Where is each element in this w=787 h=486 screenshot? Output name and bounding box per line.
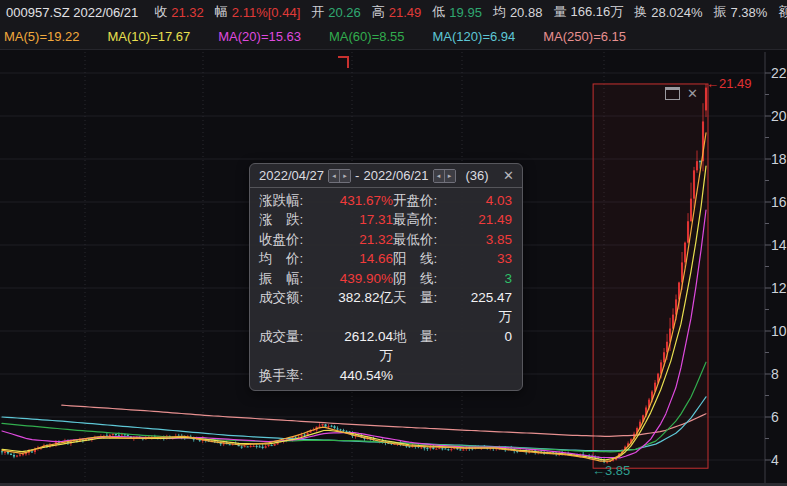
header-bars: 000957.SZ 2022/06/21 收21.32 幅2.11%[0.44]… [0, 0, 787, 50]
range-start-date[interactable]: 2022/04/27 [259, 168, 324, 183]
close-region-icon[interactable]: ✕ [687, 87, 698, 100]
bar-count-badge: (36) [466, 168, 489, 183]
field-close-label: 收 [154, 3, 167, 21]
popup-stats-grid: 涨跌幅:431.67%开盘价:4.03 涨 跌:17.31最高价:21.49 收… [250, 188, 522, 390]
high-price-arrow-label: ←21.49 [706, 76, 752, 91]
stat-label-minvol: 地 量: [393, 327, 469, 366]
symbol-and-date: 000957.SZ 2022/06/21 [6, 5, 138, 20]
ma-5-label: MA(5)=19.22 [4, 29, 80, 44]
field-avg-value: 20.88 [510, 5, 543, 20]
stat-value-empty [469, 366, 512, 385]
field-high-label: 高 [372, 3, 385, 21]
svg-text:18: 18 [771, 151, 787, 167]
selection-box [593, 84, 708, 468]
svg-text:22: 22 [771, 65, 787, 81]
kline-window: 46810121416182022 000957.SZ 2022/06/21 收… [0, 0, 787, 486]
price-axis: 46810121416182022 [765, 52, 787, 486]
stat-value-change-pct: 431.67% [331, 191, 393, 210]
stat-label-yang: 阳 线: [393, 249, 469, 268]
field-low: 低19.95 [432, 3, 482, 21]
stat-label-amplitude: 振 幅: [259, 269, 331, 288]
stat-value-open: 4.03 [469, 191, 512, 210]
stat-value-volume: 2612.04万 [331, 327, 393, 366]
stat-label-amount: 成交额: [259, 288, 331, 327]
selection-box-controls: ✕ [665, 87, 698, 100]
field-open-value: 20.26 [328, 5, 361, 20]
stat-value-yin: 3 [469, 269, 512, 288]
field-turnover-label: 换 [634, 3, 647, 21]
svg-text:12: 12 [771, 280, 787, 296]
stat-value-close: 21.32 [331, 230, 393, 249]
popup-close-button[interactable]: ✕ [503, 168, 514, 183]
ma-indicator-bar: MA(5)=19.22MA(10)=17.67MA(20)=15.63MA(60… [0, 24, 787, 49]
field-high: 高21.49 [372, 3, 422, 21]
end-date-next-button[interactable]: ▸ [445, 170, 455, 182]
stat-label-volume: 成交量: [259, 327, 331, 366]
stat-label-yin: 阴 线: [393, 269, 469, 288]
low-price-arrow-label: ←3.85 [592, 463, 630, 478]
stat-label-change-pct: 涨跌幅: [259, 191, 331, 210]
ma-60-label: MA(60)=8.55 [329, 29, 405, 44]
field-change: 幅2.11%[0.44] [215, 3, 300, 21]
stat-value-amplitude: 439.90% [331, 269, 393, 288]
stat-value-amount: 382.82亿 [331, 288, 393, 327]
stat-label-low: 最低价: [393, 230, 469, 249]
svg-text:6: 6 [771, 409, 779, 425]
ma-250-label: MA(250)=6.15 [543, 29, 626, 44]
field-volume: 量166.16万 [553, 3, 623, 21]
stat-value-turnover: 440.54% [331, 366, 393, 385]
ma-120-label: MA(120)=6.94 [433, 29, 516, 44]
field-turnover-value: 28.024% [651, 5, 702, 20]
field-low-value: 19.95 [449, 5, 482, 20]
field-avg-label: 均 [493, 3, 506, 21]
start-date-prev-button[interactable]: ◂ [329, 170, 340, 182]
interval-stats-popup[interactable]: 2022/04/27 ◂▸ - 2022/06/21 ◂▸ (36) ✕ 涨跌幅… [249, 163, 523, 391]
field-change-value: 2.11%[0.44] [232, 5, 300, 20]
stat-value-minvol: 0 [469, 327, 512, 366]
stat-label-maxvol: 天 量: [393, 288, 469, 327]
start-date-next-button[interactable]: ▸ [340, 170, 350, 182]
range-separator: - [355, 168, 359, 183]
field-open: 开20.26 [311, 3, 361, 21]
end-date-prev-button[interactable]: ◂ [434, 170, 445, 182]
ma-20-label: MA(20)=15.63 [218, 29, 301, 44]
field-open-label: 开 [311, 3, 324, 21]
field-low-label: 低 [432, 3, 445, 21]
stat-value-change: 17.31 [331, 210, 393, 229]
quote-bar: 000957.SZ 2022/06/21 收21.32 幅2.11%[0.44]… [0, 0, 787, 24]
field-amplitude-label: 振 [714, 3, 727, 21]
svg-text:20: 20 [771, 108, 787, 124]
popup-header: 2022/04/27 ◂▸ - 2022/06/21 ◂▸ (36) ✕ [250, 164, 522, 188]
svg-text:10: 10 [771, 323, 787, 339]
stat-label-turnover: 换手率: [259, 366, 331, 385]
stat-value-yang: 33 [469, 249, 512, 268]
field-close: 收21.32 [154, 3, 204, 21]
stat-label-open: 开盘价: [393, 191, 469, 210]
stat-value-avg: 14.66 [331, 249, 393, 268]
stat-value-high: 21.49 [469, 210, 512, 229]
field-turnover: 换28.024% [634, 3, 702, 21]
field-high-value: 21.49 [389, 5, 422, 20]
field-close-value: 21.32 [171, 5, 204, 20]
field-change-label: 幅 [215, 3, 228, 21]
stat-label-avg: 均 价: [259, 249, 331, 268]
stat-label-high: 最高价: [393, 210, 469, 229]
stat-value-maxvol: 225.47万 [469, 288, 512, 327]
field-amplitude-value: 7.38% [731, 5, 768, 20]
chart-corner-marker [338, 56, 349, 68]
restore-region-icon[interactable] [665, 87, 680, 100]
ma-10-label: MA(10)=17.67 [108, 29, 191, 44]
stat-value-low: 3.85 [469, 230, 512, 249]
stat-label-close: 收盘价: [259, 230, 331, 249]
stat-label-change: 涨 跌: [259, 210, 331, 229]
field-amount: 额 [778, 3, 787, 21]
range-end-stepper: ◂▸ [433, 169, 456, 183]
field-volume-label: 量 [553, 3, 566, 21]
svg-text:4: 4 [771, 452, 779, 468]
svg-text:14: 14 [771, 237, 787, 253]
range-start-stepper: ◂▸ [328, 169, 351, 183]
field-amplitude: 振7.38% [714, 3, 768, 21]
field-amount-label: 额 [778, 3, 787, 21]
svg-text:16: 16 [771, 194, 787, 210]
range-end-date[interactable]: 2022/06/21 [363, 168, 428, 183]
